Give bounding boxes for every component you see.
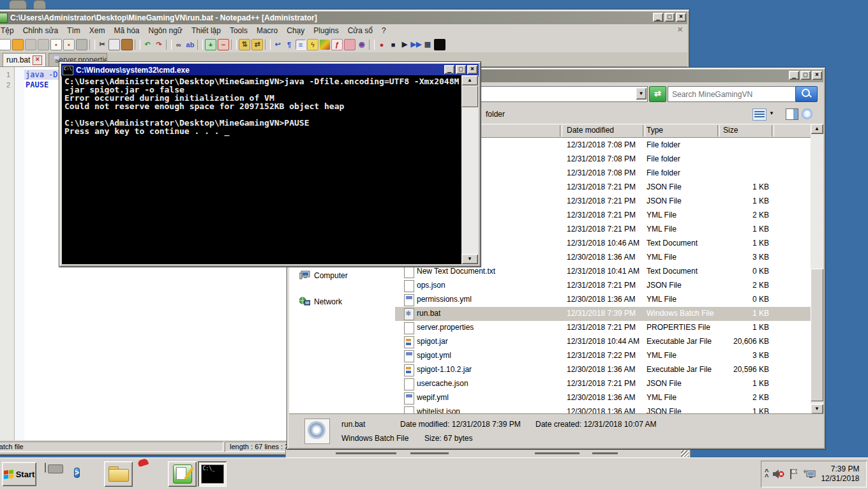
table-row-server-properties[interactable]: server.properties12/31/2018 7:21 PMPROPE… [395,321,811,335]
show-all-characters-icon[interactable]: ¶ [284,40,294,50]
tab-close-icon[interactable]: ✕ [33,56,42,65]
powershell-icon[interactable]: > [74,466,80,480]
menu-item-macro[interactable]: Macro [252,26,282,35]
taskbar-button-explorer[interactable] [104,461,133,487]
maximize-button[interactable]: □ [456,65,466,74]
menu-item-c-a-s-[interactable]: Cửa sổ [343,26,377,35]
document-list-icon[interactable]: ƒ [331,39,343,50]
scroll-down-icon[interactable]: ▼ [461,254,478,264]
monitoring-icon[interactable]: ◉ [357,40,367,50]
scrollbar-thumb[interactable] [811,269,823,401]
zoom-out-icon[interactable]: − [218,39,229,50]
copy-icon[interactable] [108,39,120,50]
refresh-button[interactable]: ⇄ [649,86,666,102]
search-button[interactable] [795,86,818,102]
undo-icon[interactable]: ↶ [142,40,153,50]
menu-item-?[interactable]: ? [377,26,391,35]
volume-muted-icon[interactable] [772,468,785,480]
new-folder-button[interactable]: folder [486,110,505,119]
new-file-icon[interactable] [0,39,11,50]
console-output[interactable]: C:\Users\Administrator\Desktop\MineGamin… [62,75,461,264]
close-button[interactable]: × [812,71,822,80]
word-wrap-icon[interactable]: ↩ [273,40,283,50]
open-folder-icon[interactable] [12,39,24,50]
table-row-spigot-1-10-2-jar[interactable]: spigot-1.10.2.jar12/30/2018 1:36 AMExecu… [395,363,811,377]
chevron-up-icon[interactable]: ^^ [765,469,768,479]
folder-as-workspace-icon[interactable] [344,39,355,50]
close-doc-icon[interactable]: • [50,39,62,50]
redo-icon[interactable]: ↷ [154,40,164,50]
file-list-scrollbar[interactable]: ▲ ▼ [811,124,823,414]
doc-close-icon[interactable]: ✕ [677,26,683,34]
table-row-usercache-json[interactable]: usercache.json12/31/2018 7:21 PMJSON Fil… [395,377,811,391]
macro-record-icon[interactable]: ● [377,40,387,50]
close-button[interactable]: × [467,65,477,74]
notepadpp-titlebar[interactable]: C:\Users\Administrator\Desktop\MineGamin… [0,11,687,24]
scroll-up-icon[interactable]: ▲ [811,124,823,134]
column-header-size[interactable]: Size [723,126,738,135]
tab-run-bat[interactable]: run.bat ✕ [3,53,46,66]
sync-vertical-icon[interactable]: ⇅ [239,39,250,50]
macro-stop-icon[interactable]: ■ [388,40,398,50]
find-icon[interactable]: ∞ [174,40,184,50]
close-all-docs-icon[interactable]: • [63,39,75,50]
cmd-titlebar[interactable]: C:\Windows\system32\cmd.exe _ □ × [61,64,479,77]
menu-item-thi-t-l-p[interactable]: Thiết lập [187,26,225,35]
table-row-spigot-yml[interactable]: spigot.yml12/31/2018 7:22 PMYML File3 KB [395,349,811,363]
table-row-wepif-yml[interactable]: wepif.yml12/30/2018 1:36 AMYML File2 KB [395,391,811,405]
preview-pane-icon[interactable] [786,108,798,120]
taskbar-button-notepadpp[interactable] [168,461,197,487]
minimize-button[interactable]: _ [444,65,454,74]
menu-item-t-p[interactable]: Tệp [0,26,19,35]
macro-play-icon[interactable]: ▶ [400,40,410,50]
menu-item-xem[interactable]: Xem [85,26,110,35]
close-button[interactable]: × [676,13,686,22]
server-manager-icon[interactable] [45,463,46,472]
print-icon[interactable] [76,39,87,50]
menu-item-tools[interactable]: Tools [225,26,252,35]
action-center-flag-icon[interactable] [789,468,799,480]
sidebar-item-computer[interactable]: Computer [299,271,348,280]
zoom-in-icon[interactable]: + [205,39,216,50]
menu-item-ng-n-ng-[interactable]: Ngôn ngữ [144,26,186,35]
menu-item-m-h-a[interactable]: Mã hóa [109,26,144,35]
indent-guide-icon[interactable]: ≡ [296,40,306,50]
table-row-run-bat[interactable]: run.bat12/31/2018 7:39 PMWindows Batch F… [395,307,811,321]
column-header-type[interactable]: Type [647,126,663,135]
sync-horizontal-icon[interactable]: ⇄ [251,39,263,50]
network-icon[interactable] [803,468,817,480]
views-icon[interactable] [752,108,767,121]
menu-item-t-m[interactable]: Tìm [63,26,85,35]
table-row-spigot-jar[interactable]: spigot.jar12/31/2018 10:44 AMExecutable … [395,335,811,349]
maximize-button[interactable]: □ [664,13,675,22]
minimize-button[interactable]: _ [653,13,663,22]
sidebar-item-network[interactable]: Network [299,297,342,306]
address-dropdown-icon[interactable]: ▼ [636,87,647,100]
paste-icon[interactable] [121,39,133,50]
menu-item-ch-y[interactable]: Chạy [282,26,309,35]
maximize-button[interactable]: □ [800,71,811,80]
macro-run-multiple-icon[interactable]: ▶▶ [411,40,421,50]
menu-item-plugins[interactable]: Plugins [309,26,343,35]
minimize-button[interactable]: _ [789,71,799,80]
macro-save-icon[interactable]: ▦ [423,40,433,50]
table-row-whitelist-json[interactable]: whitelist.json12/30/2018 1:36 AMJSON Fil… [395,405,811,414]
plugin-black-square-icon[interactable] [434,39,445,50]
scroll-up-icon[interactable]: ▲ [461,75,478,85]
save-icon[interactable] [25,39,36,50]
help-icon[interactable]: ? [802,108,812,119]
menu-item-ch-nh-s-a[interactable]: Chỉnh sửa [19,26,63,35]
search-input[interactable]: Search MineGamingVN [668,86,800,102]
scroll-down-icon[interactable]: ▼ [811,404,823,414]
column-header-date-modified[interactable]: Date modified [567,126,614,135]
console-scrollbar[interactable]: ▲ ▼ [461,75,478,264]
table-row-permissions-yml[interactable]: permissions.yml12/30/2018 1:36 AMYML Fil… [395,293,811,307]
table-row-ops-json[interactable]: ops.json12/31/2018 7:21 PMJSON File2 KB [395,279,811,293]
document-map-icon[interactable] [320,40,330,50]
start-button[interactable]: Start [2,462,36,486]
cut-icon[interactable]: ✂ [97,40,107,50]
tray-clock[interactable]: 7:39 PM 12/31/2018 [821,464,859,484]
function-list-icon[interactable]: ϟ [307,39,318,50]
replace-icon[interactable]: ab [185,40,195,50]
display-icon[interactable] [864,470,866,479]
